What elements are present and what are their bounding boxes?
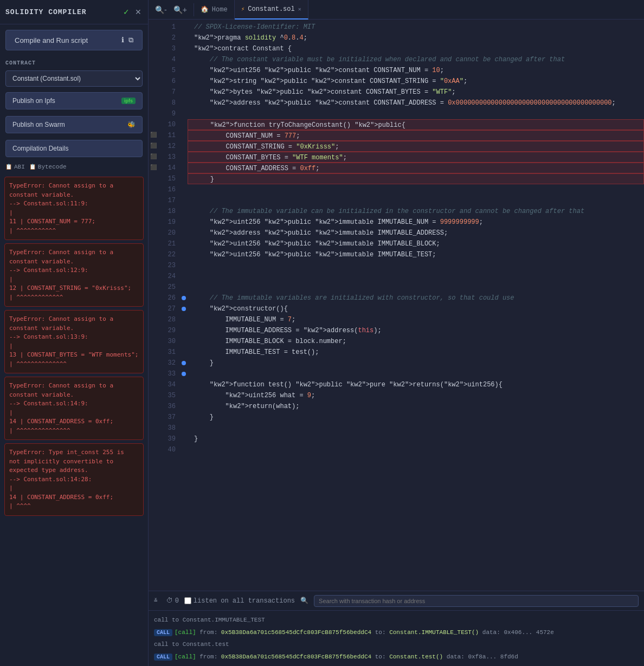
editor-area: ⬛⬛⬛⬛ 12345678910111213141516171819202122… bbox=[149, 20, 644, 666]
tab-constant-sol[interactable]: ⚡ Constant.sol ✕ bbox=[235, 0, 308, 20]
error-gutter-slot bbox=[149, 368, 158, 379]
search-input[interactable] bbox=[319, 598, 634, 604]
line-number: 38 bbox=[158, 423, 176, 434]
tab-home[interactable]: 🏠 Home bbox=[194, 0, 235, 20]
publish-swarm-label: Publish on Swarm bbox=[12, 121, 65, 128]
info-icon: ℹ bbox=[121, 36, 124, 44]
error-gutter-slot bbox=[149, 43, 158, 54]
bottom-bar: ≚ ⏱ 0 listen on all transactions 🔍 bbox=[149, 591, 644, 610]
artifact-row: 📋 ABI 📋 Bytecode bbox=[0, 160, 148, 173]
zoom-out-icon[interactable]: 🔍- bbox=[153, 3, 169, 16]
line-number: 33 bbox=[158, 368, 176, 379]
dot-gutter-slot bbox=[180, 141, 188, 152]
check-icon[interactable]: ✓ bbox=[122, 7, 131, 17]
line-number: 40 bbox=[158, 444, 176, 455]
error-panel: TypeError: Cannot assign to a constant v… bbox=[4, 243, 144, 307]
tx-to-addr: Constant.IMMUTABLE_TEST() bbox=[389, 629, 479, 636]
publish-ipfs-button[interactable]: Publish on Ipfs ipfs bbox=[5, 92, 143, 109]
dot-gutter-slot bbox=[180, 163, 188, 173]
error-gutter-slot bbox=[149, 76, 158, 87]
code-container[interactable]: ⬛⬛⬛⬛ 12345678910111213141516171819202122… bbox=[149, 20, 644, 591]
expand-icon[interactable]: ≚ bbox=[154, 597, 158, 604]
dot-gutter-slot bbox=[180, 390, 188, 401]
contract-select[interactable]: Constant (Constant.sol) bbox=[5, 70, 143, 87]
code-line: } bbox=[188, 434, 644, 444]
code-lines: // SPDX-License-Identifier: MIT"kw2">pra… bbox=[188, 20, 644, 591]
code-line: // The constant variable must be initial… bbox=[188, 54, 644, 65]
tx-row: call to Constant.IMMUTABLE_TEST bbox=[154, 614, 639, 626]
error-gutter-slot bbox=[149, 184, 158, 195]
bytecode-icon: 📋 bbox=[29, 164, 36, 170]
clock-icon: ⏱ bbox=[166, 597, 173, 605]
error-gutter-slot bbox=[149, 98, 158, 108]
abi-link[interactable]: 📋 ABI bbox=[5, 164, 25, 170]
code-line: CONSTANT_STRING = "0xKrisss"; bbox=[188, 141, 644, 152]
tx-data: data: 0x406... 4572e bbox=[482, 629, 554, 636]
code-line: "kw2">pragma solidity ^0.8.4; bbox=[188, 33, 644, 43]
code-line: "kw2">uint256 "kw2">public "kw2">immutab… bbox=[188, 217, 644, 228]
listen-checkbox[interactable] bbox=[184, 597, 191, 604]
tx-badge: CALL bbox=[154, 629, 172, 636]
line-number: 21 bbox=[158, 238, 176, 249]
dot-gutter-slot bbox=[180, 65, 188, 76]
error-gutter-slot bbox=[149, 119, 158, 130]
tx-from-prefix: from: bbox=[199, 629, 217, 636]
publish-swarm-button[interactable]: Publish on Swarm 🐝 bbox=[5, 116, 143, 133]
publish-ipfs-label: Publish on Ipfs bbox=[12, 97, 55, 105]
line-number: 8 bbox=[158, 98, 176, 108]
tab-bar: 🔍- 🔍+ 🏠 Home ⚡ Constant.sol ✕ bbox=[149, 0, 644, 20]
error-gutter-slot bbox=[149, 444, 158, 455]
code-line: "kw2">string "kw2">public "kw2">constant… bbox=[188, 76, 644, 87]
line-number: 32 bbox=[158, 358, 176, 368]
error-gutter-slot: ⬛ bbox=[149, 130, 158, 141]
code-line: CONSTANT_NUM = 777; bbox=[188, 130, 644, 141]
close-icon[interactable]: ✕ bbox=[134, 7, 143, 17]
tab-sol-icon: ⚡ bbox=[241, 5, 245, 12]
tx-to-prefix: to: bbox=[375, 629, 386, 636]
zoom-in-icon[interactable]: 🔍+ bbox=[171, 3, 189, 16]
error-panel: TypeError: Cannot assign to a constant v… bbox=[4, 377, 144, 440]
tx-label: [call] bbox=[175, 654, 196, 660]
line-number: 5 bbox=[158, 65, 176, 76]
error-marker-icon: ⬛ bbox=[150, 152, 157, 163]
error-gutter-slot bbox=[149, 54, 158, 65]
line-number: 24 bbox=[158, 271, 176, 282]
line-number: 17 bbox=[158, 195, 176, 206]
dot-gutter-slot bbox=[180, 358, 188, 368]
sidebar-header: SOLIDITY COMPILER ✓ ✕ bbox=[0, 0, 148, 24]
line-number: 25 bbox=[158, 282, 176, 293]
code-line: IMMUTABLE_ADDRESS = "kw2">address(this); bbox=[188, 325, 644, 336]
line-number: 7 bbox=[158, 87, 176, 98]
error-gutter-slot bbox=[149, 217, 158, 228]
search-icon: 🔍 bbox=[300, 597, 308, 605]
line-numbers: 1234567891011121314151617181920212223242… bbox=[158, 20, 180, 591]
compilation-details-button[interactable]: Compilation Details bbox=[5, 140, 143, 157]
bytecode-link[interactable]: 📋 Bytecode bbox=[29, 164, 67, 170]
abi-icon: 📋 bbox=[5, 164, 12, 170]
error-gutter-slot bbox=[149, 314, 158, 325]
code-line bbox=[188, 368, 644, 379]
line-number: 10 bbox=[158, 119, 176, 130]
code-line: // The immutable variable can be initial… bbox=[188, 206, 644, 217]
tx-log: call to Constant.IMMUTABLE_TESTCALL[call… bbox=[149, 610, 644, 666]
dot-gutter-slot bbox=[180, 119, 188, 130]
tab-bar-icons: 🔍- 🔍+ bbox=[149, 3, 194, 16]
error-gutter-slot bbox=[149, 238, 158, 249]
tx-to-addr: Constant.test() bbox=[389, 654, 443, 660]
error-gutter-slot bbox=[149, 195, 158, 206]
contract-section-label: CONTRACT bbox=[0, 56, 148, 68]
tx-from-addr: 0x5B38Da6a701c568545dCfc803FcB875f56bedd… bbox=[221, 629, 371, 636]
dot-gutter-slot bbox=[180, 423, 188, 434]
error-gutter-slot bbox=[149, 303, 158, 314]
tab-close-icon[interactable]: ✕ bbox=[298, 6, 301, 12]
line-number: 35 bbox=[158, 390, 176, 401]
error-gutter-slot bbox=[149, 260, 158, 271]
error-gutter-slot bbox=[149, 108, 158, 119]
dot-gutter-slot bbox=[180, 325, 188, 336]
error-marker-icon: ⬛ bbox=[150, 163, 157, 173]
code-line: IMMUTABLE_BLOCK = block.number; bbox=[188, 336, 644, 347]
compile-run-button[interactable]: Compile and Run script ℹ ⧉ bbox=[5, 30, 143, 50]
code-line bbox=[188, 423, 644, 434]
listen-all-transactions: listen on all transactions bbox=[184, 597, 295, 605]
error-panel: TypeError: Cannot assign to a constant v… bbox=[4, 310, 144, 373]
